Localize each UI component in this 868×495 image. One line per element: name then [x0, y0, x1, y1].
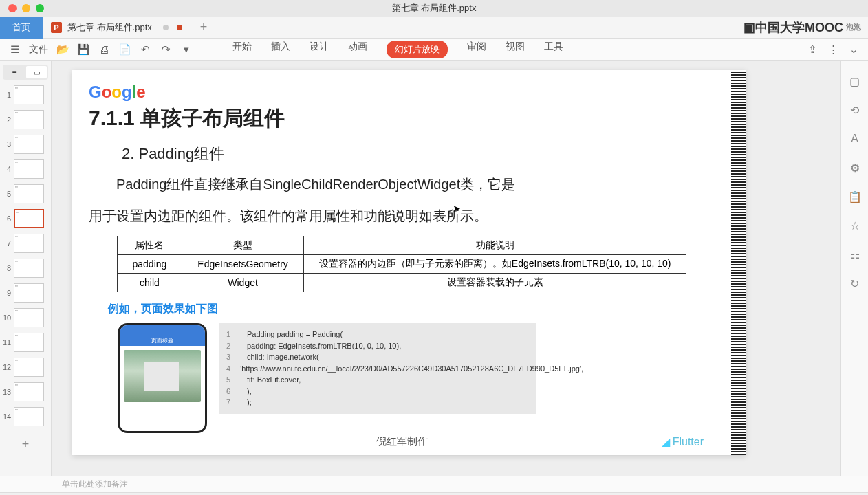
menu-slideshow[interactable]: 幻灯片放映 [387, 41, 448, 58]
star-icon[interactable]: ☆ [848, 219, 862, 232]
thumb-view-toggle[interactable]: ≡ ▭ [3, 65, 48, 80]
phone-appbar: 页面标题 [120, 335, 205, 346]
menu-design[interactable]: 设计 [310, 41, 329, 58]
slide-subtitle: 2. Padding组件 [122, 144, 715, 164]
tab-dirty-indicator [177, 25, 182, 30]
share-icon[interactable]: ⇪ [806, 43, 818, 56]
flutter-icon: ◢ [662, 435, 670, 448]
thumbnail-13[interactable]: 13━━ [3, 382, 48, 402]
thumbnail-panel: ≡ ▭ 1━━2━━3━━4━━5━━6━━7━━8━━9━━10━━11━━1… [0, 60, 52, 476]
thumb-preview: ━━ [14, 110, 44, 129]
file-menu[interactable]: 文件 [29, 43, 48, 56]
th-desc: 功能说明 [303, 236, 686, 255]
thumbnail-view-button[interactable]: ▭ [26, 66, 47, 78]
rotate-icon[interactable]: ⟲ [848, 103, 862, 117]
thumbnail-10[interactable]: 10━━ [3, 308, 48, 327]
workspace: ≡ ▭ 1━━2━━3━━4━━5━━6━━7━━8━━9━━10━━11━━1… [0, 60, 868, 476]
thumbnail-8[interactable]: 8━━ [3, 258, 48, 278]
thumbnail-3[interactable]: 3━━ [3, 135, 48, 154]
dropdown-icon[interactable]: ▾ [180, 43, 193, 56]
phone-mockup: 页面标题 [118, 323, 207, 433]
phone-statusbar [120, 325, 205, 335]
undo-icon[interactable]: ↶ [139, 43, 151, 56]
thumbnail-1[interactable]: 1━━ [3, 85, 48, 104]
save-icon[interactable]: 💾 [77, 43, 89, 56]
menu-view[interactable]: 视图 [506, 41, 525, 58]
thumb-number: 4 [3, 165, 11, 173]
thumb-preview: ━━ [14, 234, 44, 253]
outline-view-button[interactable]: ≡ [4, 66, 25, 78]
slide-body-2: 用于设置内边距的组件。该组件的常用属性和功能说明如表所示。 [89, 204, 715, 228]
print-icon[interactable]: 🖨 [98, 43, 110, 56]
phone-building [144, 362, 179, 391]
thumb-number: 7 [3, 239, 11, 248]
thumb-preview: ━━ [14, 160, 44, 179]
thumb-number: 3 [3, 140, 11, 148]
settings-icon[interactable]: ⚙ [848, 161, 862, 175]
mooc-badge: 泡泡 [846, 22, 861, 32]
thumbnail-14[interactable]: 14━━ [3, 407, 48, 426]
code-line: 4'https://www.nnutc.edu.cn/__local/2/23/… [226, 363, 529, 375]
code-line: 2 padding: EdgeInsets.fromLTRB(10, 0, 10… [226, 340, 529, 352]
adjust-icon[interactable]: ⚏ [848, 248, 862, 261]
thumb-preview: ━━ [14, 308, 44, 327]
thumb-number: 8 [3, 264, 11, 272]
open-icon[interactable]: 📂 [56, 43, 69, 56]
menu-tools[interactable]: 工具 [544, 41, 563, 58]
thumb-number: 2 [3, 116, 11, 124]
th-type: 类型 [182, 236, 304, 255]
code-line: 6 ), [226, 386, 529, 397]
text-icon[interactable]: A [848, 132, 862, 146]
thumb-number: 5 [3, 190, 11, 198]
add-tab-button[interactable]: + [191, 20, 217, 34]
thumbnail-2[interactable]: 2━━ [3, 110, 48, 129]
toolbar-left-group: ☰ 文件 📂 💾 🖨 📄 ↶ ↷ ▾ [8, 43, 193, 56]
traffic-lights [8, 4, 44, 12]
thumbnail-7[interactable]: 7━━ [3, 234, 48, 253]
menu-review[interactable]: 审阅 [467, 41, 486, 58]
object-icon[interactable]: ▢ [848, 74, 862, 88]
mooc-logo: ▣ 中国大学MOOC 泡泡 [744, 19, 861, 36]
menu-start[interactable]: 开始 [232, 41, 252, 58]
home-tab[interactable]: 首页 [0, 16, 43, 38]
thumbnail-9[interactable]: 9━━ [3, 283, 48, 302]
th-name: 属性名 [117, 236, 182, 255]
preview-icon[interactable]: 📄 [118, 43, 131, 56]
thumb-number: 1 [3, 91, 11, 99]
google-logo: Google [89, 82, 715, 102]
canvas-area: Google 7.1.1 单孩子布局组件 2. Padding组件 Paddin… [52, 60, 840, 476]
redo-icon[interactable]: ↷ [160, 43, 172, 56]
collapse-icon[interactable]: ⌄ [847, 43, 860, 56]
file-tab[interactable]: P 第七章 布局组件.pptx [43, 16, 191, 38]
notes-bar[interactable]: 单击此处添加备注 [0, 476, 868, 492]
thumbnail-5[interactable]: 5━━ [3, 184, 48, 204]
history-icon[interactable]: ↻ [848, 276, 862, 290]
clipboard-icon[interactable]: 📋 [848, 190, 862, 204]
more-icon[interactable]: ⋮ [827, 43, 839, 56]
thumb-number: 6 [3, 214, 11, 223]
thumbnail-12[interactable]: 12━━ [3, 358, 48, 377]
menu-insert[interactable]: 插入 [271, 41, 290, 58]
maximize-window-button[interactable] [36, 4, 44, 12]
code-line: 1Padding padding = Padding( [226, 329, 529, 340]
minimize-window-button[interactable] [22, 4, 30, 12]
thumbnail-6[interactable]: 6━━ [3, 209, 48, 228]
add-slide-button[interactable]: + [3, 432, 48, 457]
property-table: 属性名 类型 功能说明 padding EdgeInsetsGeometry 设… [117, 236, 687, 292]
statusbar: ▭ 7 chars 28:14 LF UTF-8 2 spaces ⎘ [0, 492, 868, 495]
slide[interactable]: Google 7.1.1 单孩子布局组件 2. Padding组件 Paddin… [72, 70, 746, 455]
thumb-preview: ━━ [14, 333, 44, 352]
code-line: 3 child: Image.network( [226, 351, 529, 363]
thumbnail-4[interactable]: 4━━ [3, 160, 48, 179]
thumb-number: 14 [3, 412, 11, 421]
file-tab-label: 第七章 布局组件.pptx [67, 21, 152, 34]
hamburger-icon[interactable]: ☰ [8, 43, 21, 56]
thumbnail-11[interactable]: 11━━ [3, 333, 48, 352]
slide-body-1: Padding组件直接继承自SingleChildRenderObjectWid… [89, 173, 715, 196]
toolbar: ☰ 文件 📂 💾 🖨 📄 ↶ ↷ ▾ 开始 插入 设计 动画 幻灯片放映 审阅 … [0, 38, 868, 60]
code-line: 7); [226, 397, 529, 408]
menu-animation[interactable]: 动画 [348, 41, 367, 58]
code-line: 5 fit: BoxFit.cover, [226, 374, 529, 386]
tabbar: 首页 P 第七章 布局组件.pptx + ▣ 中国大学MOOC 泡泡 [0, 16, 868, 38]
close-window-button[interactable] [8, 4, 17, 12]
